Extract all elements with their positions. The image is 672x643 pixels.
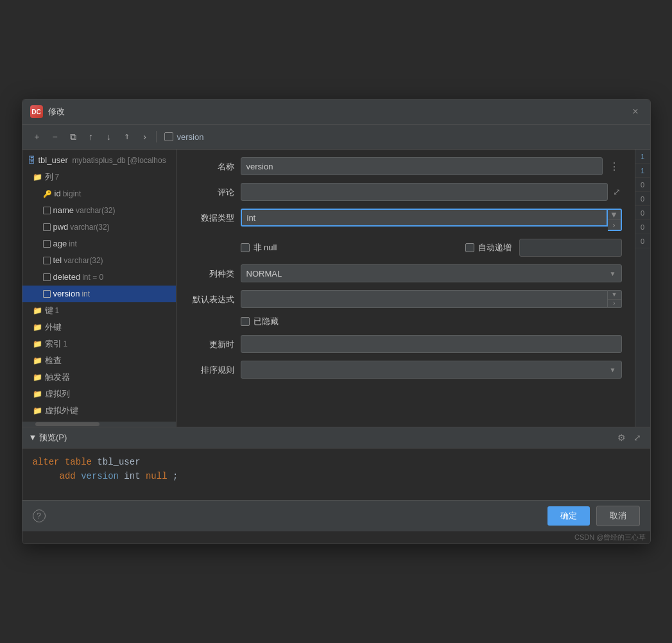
hidden-label: 已隐藏 <box>254 316 279 327</box>
add-column-button[interactable]: + <box>29 128 46 145</box>
col-type-select[interactable]: NORMAL ▼ <box>241 264 622 282</box>
col-name-age: age <box>53 237 67 251</box>
dialog-title: 修改 <box>48 106 65 117</box>
folder-icon-keys: 📁 <box>33 304 42 318</box>
key-icon: 🔑 <box>43 187 52 201</box>
index-count: 1 <box>64 337 68 351</box>
preview-export-icon[interactable]: ⤢ <box>631 431 644 444</box>
type-input[interactable] <box>241 209 608 227</box>
close-button[interactable]: × <box>628 105 642 119</box>
column-name[interactable]: name varchar(32) <box>22 202 176 219</box>
side-num-1: 1 <box>635 150 650 164</box>
remove-column-button[interactable]: − <box>47 128 64 145</box>
name-more-button[interactable]: ⋮ <box>607 160 622 173</box>
null-label-spacer <box>189 239 234 243</box>
type-control: ▼ › <box>241 209 622 231</box>
scrollbar-thumb[interactable] <box>35 422 99 426</box>
expand-icon[interactable]: ⤢ <box>612 185 622 198</box>
columns-count: 7 <box>55 170 60 184</box>
toolbar: + − ⧉ ↑ ↓ ⇑ › version <box>22 124 650 150</box>
column-pwd[interactable]: pwd varchar(32) <box>22 219 176 236</box>
code-indent <box>33 471 55 481</box>
keys-label: 键 <box>45 304 53 318</box>
section-virtual-cols[interactable]: 📁 虚拟列 <box>22 386 176 402</box>
col-type-control: NORMAL ▼ <box>241 264 622 282</box>
col-type-pwd: varchar(32) <box>70 220 109 234</box>
folder-icon-virtual-fkeys: 📁 <box>33 404 42 418</box>
update-row: 更新时 <box>189 335 622 353</box>
confirm-button[interactable]: 确定 <box>547 506 590 526</box>
section-columns[interactable]: 📁 列 7 <box>22 169 176 185</box>
name-control: ⋮ <box>241 157 622 175</box>
col-type-age: int <box>69 237 77 251</box>
preview-section: ▼ 预览(P) ⚙ ⤢ alter table tbl_user add ver… <box>22 427 650 500</box>
name-row: 名称 ⋮ <box>189 157 622 175</box>
column-version[interactable]: version int <box>22 286 176 302</box>
move-down-button[interactable]: ↓ <box>101 128 117 145</box>
more-toolbar-button[interactable]: › <box>137 128 153 145</box>
hidden-checkbox-row: 已隐藏 <box>241 316 279 327</box>
col-icon-pwd <box>43 223 51 231</box>
preview-header[interactable]: ▼ 预览(P) ⚙ ⤢ <box>22 427 650 449</box>
code-null: null <box>146 471 168 481</box>
col-type-name: varchar(32) <box>76 203 115 218</box>
col-name-id: id <box>55 187 61 201</box>
auto-incr-label: 自动递增 <box>478 242 512 253</box>
col-name-name: name <box>53 203 74 218</box>
col-name-pwd: pwd <box>53 220 69 234</box>
type-dropdown-arrow[interactable]: ▼ › <box>608 209 622 231</box>
column-tel[interactable]: tel varchar(32) <box>22 252 176 269</box>
section-virtual-fkeys[interactable]: 📁 虚拟外键 <box>22 402 176 419</box>
auto-incr-input[interactable] <box>519 239 622 257</box>
index-label: 索引 <box>45 337 62 351</box>
column-age[interactable]: age int <box>22 236 176 252</box>
null-incr-row: 非 null 自动递增 <box>189 239 622 257</box>
copy-button[interactable]: ⧉ <box>65 128 82 145</box>
section-index[interactable]: 📁 索引 1 <box>22 336 176 352</box>
column-id[interactable]: 🔑 id bigint <box>22 185 176 202</box>
tab-label: version <box>177 132 204 142</box>
col-name-version: version <box>53 287 80 301</box>
section-triggers[interactable]: 📁 触发器 <box>22 369 176 386</box>
col-icon-age <box>43 240 51 248</box>
preview-toggle: ▼ 预览(P) <box>29 432 67 443</box>
preview-settings-icon[interactable]: ⚙ <box>615 431 628 444</box>
move-top-button[interactable]: ⇑ <box>119 128 135 145</box>
default-expr-arrows[interactable]: ▼ › <box>608 290 622 308</box>
columns-label: 列 <box>45 170 53 184</box>
hidden-row: 已隐藏 <box>189 316 622 327</box>
hidden-control: 已隐藏 <box>241 316 622 327</box>
virtual-fkeys-label: 虚拟外键 <box>45 404 78 418</box>
left-panel: 🗄 tbl_user mybatisplus_db [@localhos 📁 列… <box>22 150 177 427</box>
help-button[interactable]: ? <box>33 510 46 522</box>
update-input[interactable] <box>241 335 622 353</box>
hidden-checkbox[interactable] <box>241 317 250 326</box>
move-up-button[interactable]: ↑ <box>83 128 99 145</box>
col-icon-version <box>43 290 51 298</box>
side-num-6: 0 <box>635 220 650 234</box>
sort-select[interactable]: ▼ <box>241 361 622 379</box>
column-deleted[interactable]: deleted int = 0 <box>22 269 176 286</box>
sort-arrow: ▼ <box>610 366 616 373</box>
section-keys[interactable]: 📁 键 1 <box>22 302 176 319</box>
name-input[interactable] <box>241 157 603 175</box>
footer: ? 确定 取消 <box>22 500 650 531</box>
tree-table-item[interactable]: 🗄 tbl_user mybatisplus_db [@localhos <box>22 152 176 169</box>
type-label: 数据类型 <box>189 209 234 224</box>
auto-incr-checkbox[interactable] <box>465 243 474 252</box>
not-null-checkbox[interactable] <box>241 243 250 252</box>
default-expr-input[interactable] <box>241 290 608 308</box>
col-icon <box>43 207 51 214</box>
footer-right: 确定 取消 <box>547 506 640 526</box>
section-fkeys[interactable]: 📁 外键 <box>22 319 176 336</box>
right-panel: 名称 ⋮ 评论 ⤢ 数据类型 <box>177 150 635 427</box>
code-semi: ; <box>173 471 178 481</box>
comment-input[interactable] <box>241 183 608 201</box>
side-num-2: 1 <box>635 164 650 178</box>
null-incr-control: 非 null 自动递增 <box>241 239 622 257</box>
comment-control: ⤢ <box>241 183 622 201</box>
virtual-cols-label: 虚拟列 <box>45 387 70 401</box>
keys-count: 1 <box>55 304 60 318</box>
cancel-button[interactable]: 取消 <box>596 506 640 526</box>
section-check[interactable]: 📁 检查 <box>22 352 176 369</box>
